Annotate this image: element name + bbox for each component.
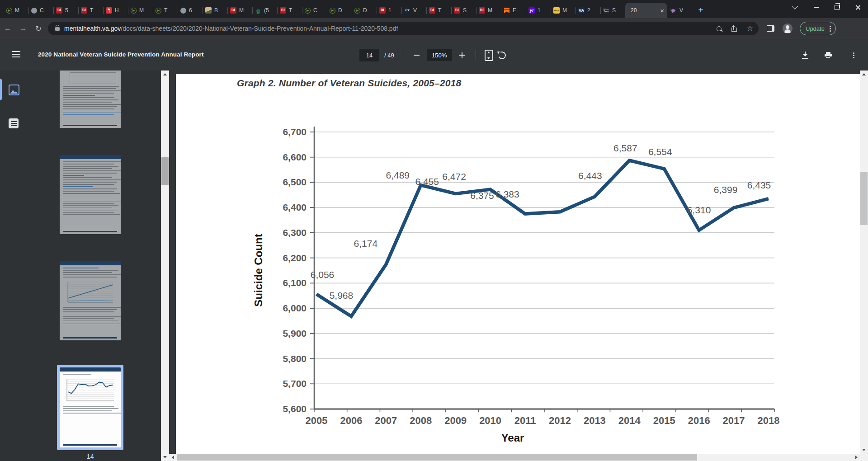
profile-avatar[interactable]: [783, 24, 793, 33]
wbur-icon: wbur: [553, 7, 560, 14]
tab-title: S: [463, 7, 473, 14]
horizontal-scrollbar[interactable]: [169, 454, 860, 461]
new-tab-button[interactable]: +: [694, 4, 707, 16]
pdf-more-menu-icon[interactable]: [851, 52, 856, 59]
fit-page-icon[interactable]: [485, 50, 493, 61]
document-scrollbar[interactable]: [860, 71, 868, 454]
restore-icon: [835, 5, 840, 10]
tab[interactable]: y!1: [526, 3, 551, 18]
scroll-down-icon[interactable]: [161, 453, 169, 461]
document-title: 2020 National Veteran Suicide Prevention…: [38, 51, 204, 58]
browser-menu-icon[interactable]: [828, 25, 833, 33]
tab[interactable]: BIT: [78, 3, 103, 18]
document-outline-icon[interactable]: [9, 118, 19, 128]
tab-title: D: [363, 7, 374, 14]
tab[interactable]: BIM: [227, 3, 252, 18]
tab[interactable]: ▶M: [128, 3, 153, 18]
tab[interactable]: ▶D: [327, 3, 352, 18]
tab[interactable]: BIT: [426, 3, 451, 18]
pdf-actions: [802, 39, 856, 71]
tab-search-chevron-icon[interactable]: [785, 0, 806, 14]
close-window-button[interactable]: [847, 0, 868, 14]
business-insider-icon: BI: [379, 7, 386, 14]
forward-button[interactable]: →: [15, 24, 31, 33]
thumbnail-page-14[interactable]: [60, 367, 121, 447]
scroll-up-icon[interactable]: [860, 71, 868, 78]
tab[interactable]: ETV: [401, 3, 426, 18]
share-icon[interactable]: [731, 28, 737, 32]
scrollbar-thumb[interactable]: [860, 172, 868, 225]
tab[interactable]: BIT: [277, 3, 302, 18]
page-number-input[interactable]: [359, 49, 379, 61]
x-axis-title: Year: [501, 432, 524, 444]
zoom-page-icon[interactable]: [717, 26, 722, 31]
tab[interactable]: MilitaryTimesS: [600, 3, 625, 18]
data-line: [316, 160, 769, 316]
scroll-left-icon[interactable]: [169, 454, 176, 461]
back-button[interactable]: ←: [0, 24, 15, 33]
x-tick-label: 2005: [306, 415, 328, 426]
tab[interactable]: BI5: [53, 3, 78, 18]
minimize-button[interactable]: [806, 0, 826, 14]
print-icon[interactable]: [825, 52, 832, 59]
update-button[interactable]: Update: [800, 22, 836, 35]
zoom-level[interactable]: 150%: [427, 49, 452, 61]
dvids-play-icon: ▶: [131, 8, 137, 14]
scrollbar-thumb[interactable]: [161, 157, 169, 185]
tab[interactable]: g(5: [252, 3, 277, 18]
tab[interactable]: H: [103, 3, 128, 18]
zoom-out-button[interactable]: [412, 50, 422, 60]
scroll-up-icon[interactable]: [161, 71, 169, 78]
address-bar[interactable]: mentalhealth.va.gov/docs/data-sheets/202…: [48, 22, 759, 35]
tab[interactable]: BI1: [377, 3, 401, 18]
tab-close-icon[interactable]: ×: [660, 7, 664, 14]
x-tick-label: 2013: [584, 415, 606, 426]
business-insider-icon: BI: [429, 7, 435, 14]
tab[interactable]: ▶D: [352, 3, 377, 18]
tab-active[interactable]: 20×: [625, 3, 667, 18]
data-label: 6,443: [578, 170, 602, 181]
thumbnail-page-11[interactable]: [60, 71, 121, 128]
x-tick-label: 2011: [514, 415, 536, 426]
tab[interactable]: V: [667, 3, 692, 18]
side-panel-icon[interactable]: [767, 25, 774, 32]
tab[interactable]: VA2: [576, 3, 600, 18]
maximize-button[interactable]: [826, 0, 847, 14]
tab[interactable]: BIS: [451, 3, 476, 18]
scroll-right-icon[interactable]: [853, 454, 860, 461]
tab[interactable]: BIM: [476, 3, 501, 18]
tab-list: ▶MCBI5BITH▶M▶T6BBIMg(5BIT▶C▶D▶DBI1ETVBIT…: [0, 0, 692, 18]
scrollbar-thumb[interactable]: [177, 454, 697, 461]
y-tick-label: 6,300: [283, 227, 307, 238]
tab-title: C: [40, 7, 51, 14]
tab[interactable]: wburM: [551, 3, 576, 18]
reload-button[interactable]: ↻: [31, 24, 46, 33]
thumbnail-page-13[interactable]: [60, 261, 121, 340]
scroll-down-icon[interactable]: [860, 446, 868, 454]
data-label: 6,455: [415, 176, 439, 187]
tab[interactable]: ▶C: [302, 3, 327, 18]
tab-title: 20: [631, 7, 659, 14]
tab[interactable]: 6: [178, 3, 203, 18]
military-times-icon: MilitaryTimes: [603, 7, 609, 14]
bookmark-star-icon[interactable]: ☆: [747, 25, 753, 32]
tab[interactable]: E: [501, 3, 526, 18]
tab-title: 2: [587, 7, 598, 14]
download-icon[interactable]: [802, 52, 808, 59]
tab[interactable]: B: [203, 3, 227, 18]
sidebar-scrollbar[interactable]: [161, 71, 169, 461]
y-tick-label: 6,400: [283, 202, 307, 212]
data-label: 6,399: [714, 184, 738, 195]
dvids-play-icon: ▶: [305, 8, 311, 14]
pdf-menu-icon[interactable]: [12, 51, 20, 59]
zoom-in-button[interactable]: [457, 50, 467, 60]
x-tick-label: 2006: [340, 415, 362, 426]
tab[interactable]: ▶M: [4, 3, 28, 18]
pdf-page: Graph 2. Number of Veteran Suicides, 200…: [176, 74, 860, 454]
thumbnail-page-12[interactable]: [60, 155, 121, 234]
scrollbar-corner: [860, 454, 868, 461]
thumbnails-panel-icon[interactable]: [9, 85, 19, 95]
tab[interactable]: ▶T: [153, 3, 178, 18]
tab[interactable]: C: [28, 3, 53, 18]
rotate-icon[interactable]: [497, 50, 507, 60]
